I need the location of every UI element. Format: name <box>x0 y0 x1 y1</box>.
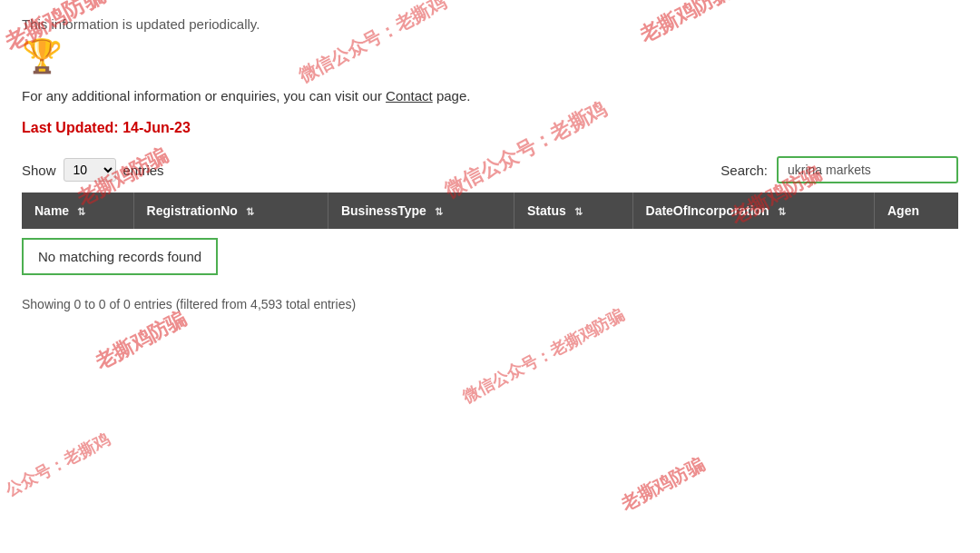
contact-post-text: page. <box>433 88 471 104</box>
data-table: Name ⇅ RegistrationNo ⇅ BusinessType ⇅ S… <box>22 193 958 284</box>
col-business-type[interactable]: BusinessType ⇅ <box>328 193 514 229</box>
search-label: Search: <box>720 163 768 178</box>
sort-arrows-name: ⇅ <box>77 206 85 218</box>
col-reg-no[interactable]: RegistrationNo ⇅ <box>133 193 328 229</box>
contact-pre-text: For any additional information or enquir… <box>22 88 386 104</box>
search-area: Search: <box>720 156 958 183</box>
col-name[interactable]: Name ⇅ <box>22 193 133 229</box>
table-header: Name ⇅ RegistrationNo ⇅ BusinessType ⇅ S… <box>22 193 958 229</box>
contact-line: For any additional information or enquir… <box>22 88 958 104</box>
crown-icon: 🏆 <box>22 37 958 79</box>
col-date-inc[interactable]: DateOfIncorporation ⇅ <box>632 193 874 229</box>
show-entries-control: Show 10 25 50 100 entries <box>22 158 164 182</box>
entries-select[interactable]: 10 25 50 100 <box>64 158 116 182</box>
search-input[interactable] <box>777 156 958 183</box>
no-records-message: No matching records found <box>22 238 218 275</box>
header-row: Name ⇅ RegistrationNo ⇅ BusinessType ⇅ S… <box>22 193 958 229</box>
controls-row: Show 10 25 50 100 entries Search: <box>22 156 958 183</box>
col-status[interactable]: Status ⇅ <box>514 193 632 229</box>
col-agent[interactable]: Agen <box>875 193 959 229</box>
last-updated: Last Updated: 14-Jun-23 <box>22 120 958 136</box>
no-records-row: No matching records found <box>22 229 958 284</box>
entries-label: entries <box>123 163 164 178</box>
no-records-cell: No matching records found <box>22 229 958 284</box>
page-wrapper: This information is updated periodically… <box>0 0 980 328</box>
show-label: Show <box>22 163 56 178</box>
sort-arrows-doi: ⇅ <box>778 206 786 218</box>
info-text: This information is updated periodically… <box>22 16 958 32</box>
table-body: No matching records found <box>22 229 958 284</box>
contact-link[interactable]: Contact <box>386 88 433 104</box>
sort-arrows-status: ⇅ <box>574 206 583 218</box>
sort-arrows-reg: ⇅ <box>246 206 254 218</box>
showing-text: Showing 0 to 0 of 0 entries (filtered fr… <box>22 297 958 311</box>
sort-arrows-bt: ⇅ <box>435 206 443 218</box>
